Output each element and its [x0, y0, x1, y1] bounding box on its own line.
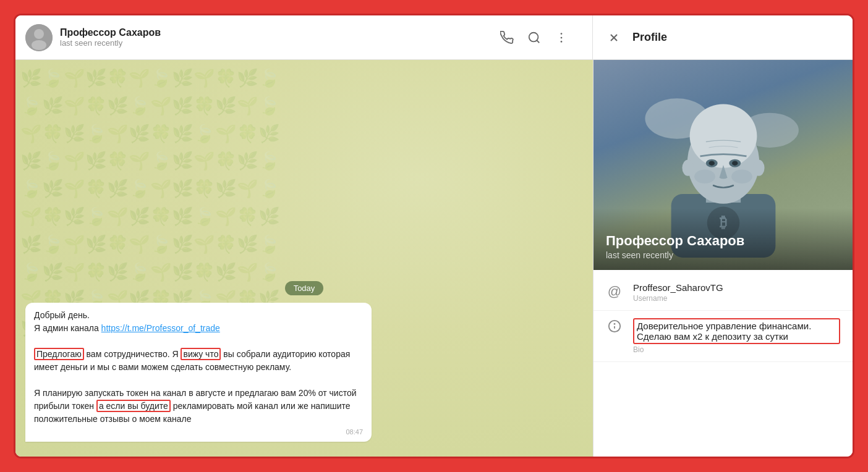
- messages-list: Today Добрый день. Я админ канала https:…: [15, 60, 593, 457]
- admin-prefix: Я админ канала: [34, 323, 101, 333]
- svg-point-24: [694, 170, 715, 184]
- close-profile-button[interactable]: [603, 27, 625, 49]
- more-button[interactable]: [550, 27, 572, 49]
- profile-display-name: Профессор Сахаров: [606, 233, 840, 249]
- header-actions: [496, 27, 582, 49]
- message-text: Добрый день. Я админ канала https://t.me…: [34, 309, 363, 426]
- call-button[interactable]: [496, 27, 518, 49]
- username-content: Proffesor_SaharovTG Username: [633, 282, 840, 303]
- profile-header: Profile: [593, 27, 853, 49]
- svg-point-22: [682, 160, 694, 176]
- search-button[interactable]: [523, 27, 545, 49]
- bio-content: Доверительное управление финансами. Сдел…: [633, 318, 840, 354]
- highlight-2: вижу что: [181, 348, 221, 360]
- svg-line-4: [537, 40, 539, 43]
- bio-value: Доверительное управление финансами. Сдел…: [633, 318, 840, 344]
- greeting-line: Добрый день.: [34, 310, 90, 320]
- message-bubble: Добрый день. Я админ канала https://t.me…: [25, 303, 372, 442]
- header: Профессор Сахаров last seen recently: [15, 15, 853, 60]
- username-value: Proffesor_SaharovTG: [633, 282, 840, 293]
- message-time: 08:47: [34, 428, 363, 436]
- info-icon: [606, 319, 623, 333]
- chat-header: Профессор Сахаров last seen recently: [15, 24, 592, 51]
- contact-avatar: [25, 24, 53, 51]
- bio-highlighted-text: Доверительное управление финансами. Сдел…: [633, 318, 840, 344]
- contact-status: last seen recently: [60, 38, 496, 48]
- svg-point-21: [732, 161, 738, 166]
- bio-label: Bio: [633, 345, 840, 354]
- svg-point-25: [731, 170, 752, 184]
- highlight-1: Предлогаю: [34, 348, 84, 360]
- channel-link[interactable]: https://t.me/Professor_of_trade: [101, 323, 220, 333]
- svg-point-2: [32, 40, 46, 50]
- svg-point-23: [752, 160, 764, 176]
- svg-point-6: [561, 36, 563, 38]
- svg-point-20: [708, 161, 714, 166]
- svg-point-17: [689, 104, 757, 168]
- svg-point-5: [561, 33, 563, 35]
- at-icon: @: [606, 284, 623, 300]
- profile-name-overlay: Профессор Сахаров last seen recently: [594, 208, 853, 270]
- contact-info: Профессор Сахаров last seen recently: [60, 27, 496, 48]
- svg-point-7: [561, 41, 563, 43]
- contact-name: Профессор Сахаров: [60, 27, 496, 38]
- profile-avatar-section: ₿: [594, 60, 853, 270]
- svg-point-3: [529, 32, 538, 41]
- svg-point-1: [34, 29, 44, 39]
- bio-row: Доверительное управление финансами. Сдел…: [594, 311, 853, 362]
- date-separator: Today: [25, 281, 583, 295]
- profile-display-status: last seen recently: [606, 250, 840, 260]
- profile-panel-title: Profile: [632, 31, 843, 44]
- chat-area: 🌿🍃🌱🌿🍀🌱🍃🌿🌱🍀🌿🍃 🍃🌿🌱🍀🌿🍃🌱🌿🍀🌿🌱🍃 🌱🍀🌿🍃🌱🌿🍀🌿🍃🌱🍀🌿 🌿…: [15, 60, 593, 457]
- main-content: 🌿🍃🌱🌿🍀🌱🍃🌿🌱🍀🌿🍃 🍃🌿🌱🍀🌿🍃🌱🌿🍀🌿🌱🍃 🌱🍀🌿🍃🌱🌿🍀🌿🍃🌱🍀🌿 🌿…: [15, 60, 853, 457]
- date-badge-text: Today: [285, 281, 324, 295]
- profile-panel: ₿: [593, 60, 853, 457]
- username-label: Username: [633, 294, 840, 303]
- username-row: @ Proffesor_SaharovTG Username: [594, 275, 853, 311]
- profile-info-section: @ Proffesor_SaharovTG Username: [594, 270, 853, 367]
- msg-part1: вам сотрудничество. Я: [87, 349, 181, 359]
- highlight-3: а если вы будите: [96, 400, 171, 412]
